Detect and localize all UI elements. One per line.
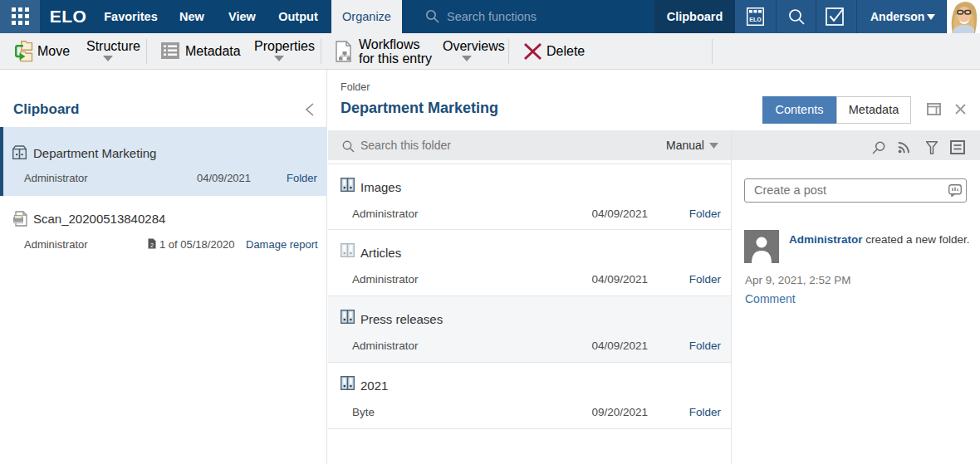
svg-text:ELO: ELO xyxy=(749,17,762,22)
svg-text:2: 2 xyxy=(150,242,154,248)
